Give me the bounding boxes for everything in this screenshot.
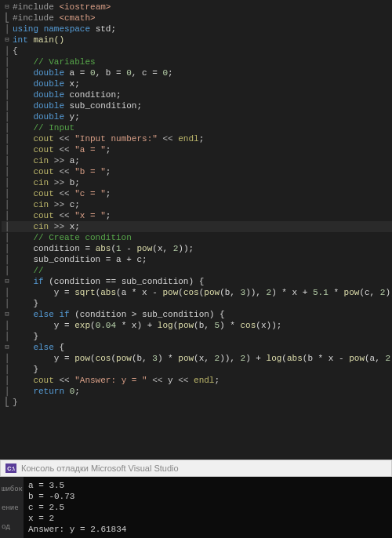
code-line: double x; — [13, 78, 80, 89]
code-line: } — [13, 331, 38, 342]
console-output-line: Answer: y = 2.61834 — [28, 524, 390, 535]
code-line: return 0; — [13, 386, 80, 397]
code-line: cout << "x = "; — [13, 210, 111, 221]
fold-icon[interactable] — [2, 342, 13, 353]
code-line: y = pow(cos(pow(b, 3) * pow(x, 2)), 2) +… — [13, 353, 392, 364]
left-panel-strip: шибок ение од — [0, 477, 24, 538]
current-line: │ cin >> x; — [2, 221, 392, 232]
code-line: } — [13, 298, 38, 309]
console-output-line: a = 3.5 — [28, 480, 390, 491]
code-line: using namespace std; — [13, 24, 116, 35]
console-output-line: b = -0.73 — [28, 491, 390, 502]
code-line: // — [13, 265, 44, 276]
code-line: y = sqrt(abs(a * x - pow(cos(pow(b, 3)),… — [13, 287, 392, 298]
code-line: } — [13, 364, 38, 375]
vs-console-icon: C:\ — [5, 463, 16, 473]
code-line: int main() — [13, 35, 64, 45]
debug-console[interactable]: шибок ение од a = 3.5 b = -0.73 c = 2.5 … — [0, 477, 392, 538]
code-line: cin >> c; — [13, 199, 80, 210]
code-line: } — [13, 397, 18, 408]
code-line: cout << "b = "; — [13, 166, 111, 177]
code-line: condition = abs(1 - pow(x, 2)); — [13, 243, 194, 254]
code-line: sub_condition = a + c; — [13, 254, 147, 265]
code-line: cin >> b; — [13, 177, 80, 188]
gutter: ⎣ — [2, 13, 13, 24]
code-line: cin >> a; — [13, 155, 80, 166]
code-editor[interactable]: #include <iostream> ⎣#include <cmath> │u… — [0, 0, 392, 456]
debug-console-titlebar[interactable]: C:\ Консоль отладки Microsoft Visual Stu… — [0, 460, 392, 477]
console-output-line: x = 2 — [28, 513, 390, 524]
code-line: else { — [13, 342, 64, 353]
fold-icon[interactable] — [2, 309, 13, 320]
fold-icon[interactable] — [2, 276, 13, 287]
code-line: { — [13, 45, 18, 56]
code-line: if (condition == sub_condition) { — [13, 276, 204, 287]
code-line: cout << "Input numbers:" << endl; — [13, 133, 204, 144]
code-line: #include <iostream> — [13, 2, 111, 13]
code-line: double a = 0, b = 0, c = 0; — [13, 67, 173, 78]
code-line: // Variables — [13, 56, 96, 67]
strip-label: од — [0, 521, 24, 533]
code-line: cin >> x; — [13, 221, 80, 232]
code-line: cout << "Answer: y = " << y << endl; — [13, 375, 220, 386]
code-line: cout << "a = "; — [13, 144, 111, 155]
fold-icon[interactable] — [2, 2, 13, 13]
code-line: #include <cmath> — [13, 13, 96, 24]
code-line: cout << "c = "; — [13, 188, 111, 199]
code-line: // Create condition — [13, 232, 132, 243]
code-line: // Input — [13, 122, 74, 133]
code-line: else if (condition > sub_condition) { — [13, 309, 225, 320]
debug-console-title: Консоль отладки Microsoft Visual Studio — [21, 463, 179, 473]
strip-label: шибок — [0, 483, 24, 496]
code-line: y = exp(0.04 * x) + log(pow(b, 5) * cos(… — [13, 320, 281, 331]
code-line: double condition; — [13, 89, 122, 100]
code-line: double sub_condition; — [13, 100, 142, 111]
console-output-line: c = 2.5 — [28, 502, 390, 513]
fold-icon[interactable] — [2, 35, 13, 45]
strip-label: ение — [0, 502, 24, 514]
code-line: double y; — [13, 111, 80, 122]
